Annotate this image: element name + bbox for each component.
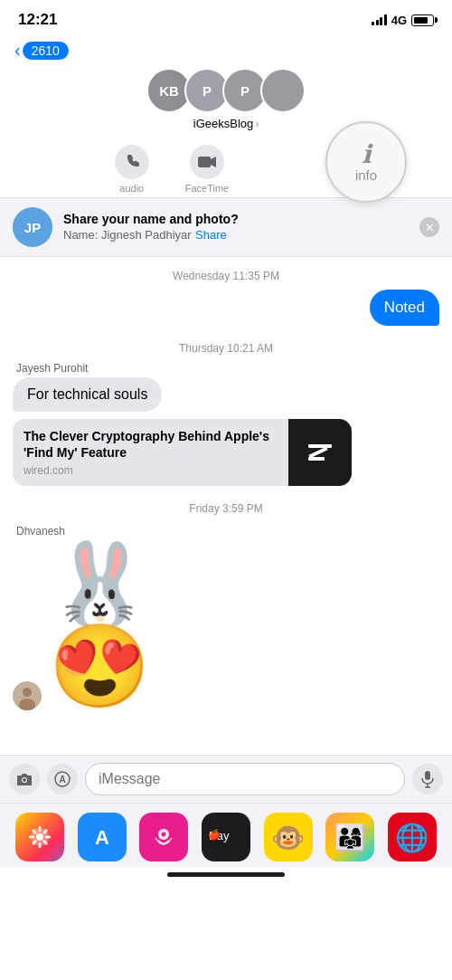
received-row-emoji: 🐰😍 <box>0 540 452 718</box>
appstore-icon: A <box>54 771 71 787</box>
svg-point-6 <box>23 778 26 782</box>
link-card-thumbnail <box>288 419 352 486</box>
link-card-wired[interactable]: The Clever Cryptography Behind Apple's '… <box>13 419 352 486</box>
applepay-icon: Pay 🍎 <box>206 823 246 851</box>
back-chevron-icon: ‹ <box>14 40 21 61</box>
monkey-emoji: 🐵 <box>271 822 305 853</box>
sender-name-jayesh: Jayesh Purohit <box>13 362 439 375</box>
svg-text:A: A <box>59 775 65 785</box>
share-close-button[interactable]: ✕ <box>419 217 439 237</box>
avatar-photo-icon <box>13 681 42 710</box>
link-card-domain: wired.com <box>24 464 278 477</box>
received-group-jayesh: Jayesh Purohit For technical souls <box>0 362 452 419</box>
timestamp-wednesday: Wednesday 11:35 PM <box>0 257 452 290</box>
facetime-button[interactable]: FaceTime <box>185 145 230 194</box>
nav-bar: ‹ 2610 <box>0 36 452 68</box>
phone-icon <box>123 153 141 171</box>
avatar-p3 <box>260 68 306 113</box>
svg-rect-9 <box>425 771 430 780</box>
share-avatar: JP <box>13 207 52 247</box>
audio-icon-circle <box>115 145 149 179</box>
dock-monkey[interactable]: 🐵 <box>264 813 313 861</box>
info-icon: ℹ <box>362 142 372 167</box>
svg-text:🍎: 🍎 <box>208 828 221 841</box>
message-input[interactable] <box>85 763 405 795</box>
link-card-title: The Clever Cryptography Behind Apple's '… <box>24 428 278 461</box>
photos-icon <box>25 823 54 852</box>
home-indicator <box>0 867 452 886</box>
network-label: 4G <box>391 14 407 27</box>
dock: A Pay 🍎 🐵 👨‍👩‍👧 🌐 <box>0 803 452 867</box>
family-emoji: 👨‍👩‍👧 <box>334 823 366 852</box>
audio-label: audio <box>119 183 144 194</box>
received-bubble-technical: For technical souls <box>13 377 162 412</box>
wired-logo <box>301 437 339 468</box>
dock-applepay[interactable]: Pay 🍎 <box>202 813 250 861</box>
mic-button[interactable] <box>412 764 443 794</box>
dock-photos[interactable] <box>15 813 64 861</box>
share-link-button[interactable]: Share <box>195 228 227 242</box>
svg-point-24 <box>162 833 166 837</box>
appstore-button[interactable]: A <box>47 764 78 794</box>
share-banner: JP Share your name and photo? Name: Jign… <box>0 197 452 257</box>
status-bar: 12:21 4G <box>0 0 452 36</box>
group-name-chevron-icon: › <box>255 118 259 130</box>
appstore-dock-icon: A <box>87 822 118 852</box>
share-title: Share your name and photo? <box>63 212 409 226</box>
back-count-badge: 2610 <box>23 42 69 60</box>
audio-button[interactable]: audio <box>115 145 149 194</box>
podcast-icon <box>149 823 178 852</box>
svg-point-3 <box>23 688 32 697</box>
share-name-text: Name: Jignesh Padhiyar <box>63 228 192 242</box>
video-icon <box>197 154 217 170</box>
svg-marker-1 <box>211 157 216 167</box>
svg-text:A: A <box>95 826 109 849</box>
status-time: 12:21 <box>18 11 57 29</box>
emoji-bunny: 🐰😍 <box>49 540 150 710</box>
sender-name-dhvanesh: Dhvanesh <box>13 525 65 538</box>
facetime-label: FaceTime <box>185 183 230 194</box>
avatars-row: KB P P <box>146 68 306 113</box>
group-name: iGeeksBlog <box>193 117 253 130</box>
facetime-icon-circle <box>190 145 224 179</box>
dhvanesh-avatar <box>13 681 42 710</box>
globe-emoji: 🌐 <box>395 822 428 853</box>
info-label: info <box>355 167 377 183</box>
share-text-block: Share your name and photo? Name: Jignesh… <box>63 212 409 243</box>
svg-point-13 <box>36 833 43 841</box>
sent-bubble-noted: Noted <box>0 290 452 329</box>
home-bar <box>167 872 285 877</box>
timestamp-thursday: Thursday 10:21 AM <box>0 329 452 362</box>
camera-button[interactable] <box>9 764 40 794</box>
input-bar: A <box>0 755 452 803</box>
camera-icon <box>16 772 33 786</box>
dock-appstore[interactable]: A <box>78 813 127 861</box>
back-button[interactable]: ‹ 2610 <box>14 40 69 61</box>
dock-family[interactable]: 👨‍👩‍👧 <box>325 813 374 861</box>
status-icons: 4G <box>372 14 434 27</box>
messages-area: Wednesday 11:35 PM Noted Thursday 10:21 … <box>0 257 452 755</box>
mic-icon <box>421 770 434 788</box>
dock-podcast[interactable] <box>139 813 188 861</box>
sent-text-noted: Noted <box>370 290 439 326</box>
dock-globe[interactable]: 🌐 <box>388 813 437 861</box>
svg-rect-0 <box>198 157 211 167</box>
signal-icon <box>372 14 387 25</box>
link-card-text: The Clever Cryptography Behind Apple's '… <box>13 419 288 486</box>
info-button[interactable]: ℹ info <box>325 121 407 203</box>
action-buttons-row: audio FaceTime ℹ info <box>0 138 452 197</box>
timestamp-friday: Friday 3:59 PM <box>0 490 452 522</box>
battery-icon <box>411 14 434 26</box>
